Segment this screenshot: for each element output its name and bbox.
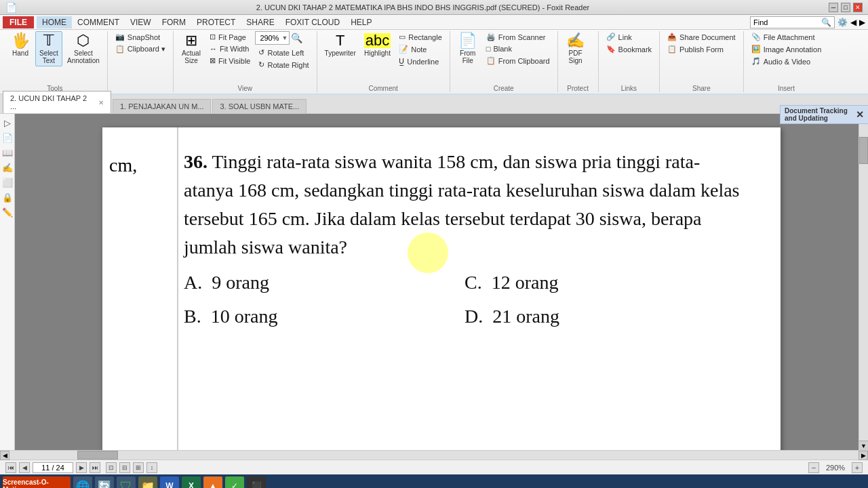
share-document-button[interactable]: 📤 Share Document <box>664 31 739 43</box>
sidebar-security-icon[interactable]: 🔒 <box>1 191 14 203</box>
from-scanner-button[interactable]: 🖨️ From Scanner <box>483 31 553 43</box>
sidebar-layers-icon[interactable]: ⬜ <box>1 176 14 188</box>
nav-forward-icon[interactable]: ▶ <box>859 18 865 27</box>
close-button[interactable]: ✕ <box>853 3 863 12</box>
link-button[interactable]: 🔗 Link <box>603 31 656 43</box>
file-attachment-button[interactable]: 📎 File Attachment <box>748 31 825 43</box>
zoom-out-button[interactable]: − <box>808 462 819 473</box>
doc-tab-2[interactable]: 1. PENJAJAKAN UN M... <box>113 99 211 113</box>
reflow-icon[interactable]: ↕ <box>146 462 157 473</box>
scroll-thumb[interactable] <box>859 137 868 164</box>
clipboard-button[interactable]: 📋 Clipboard ▾ <box>112 43 169 55</box>
maximize-button[interactable]: □ <box>841 3 850 12</box>
bookmark-button[interactable]: 🔖 Bookmark <box>603 43 656 55</box>
doc-tab-3[interactable]: 3. SOAL USBN MATE... <box>212 99 307 113</box>
sidebar-navigation-icon[interactable]: ▷ <box>1 117 14 129</box>
two-page-icon[interactable]: ⊞ <box>133 462 144 473</box>
view-menu[interactable]: VIEW <box>125 16 157 28</box>
zoom-in-button[interactable]: + <box>852 462 863 473</box>
bookmark-icon: 🔖 <box>606 45 616 54</box>
protect-menu[interactable]: PROTECT <box>191 16 241 28</box>
taskbar-dark-icon[interactable]: ⬛ <box>247 476 266 488</box>
note-button[interactable]: 📝 Note <box>395 43 446 55</box>
hand-tool-button[interactable]: 🖐️ Hand <box>7 31 34 59</box>
from-clipboard-button[interactable]: 📋 From Clipboard <box>483 55 553 66</box>
share-menu[interactable]: SHARE <box>241 16 279 28</box>
sidebar-annotations-icon[interactable]: ✍️ <box>1 161 14 174</box>
taskbar-refresh-icon[interactable]: 🔄 <box>95 476 114 488</box>
from-file-icon: 📄 <box>458 33 477 48</box>
form-menu[interactable]: FORM <box>157 16 191 28</box>
first-page-button[interactable]: ⏮ <box>5 462 16 473</box>
comment-buttons: T Typewriter abc Highlight ▭ Rectangle 📝… <box>321 31 446 83</box>
actual-size-button[interactable]: ⊞ ActualSize <box>178 31 205 66</box>
h-scroll-left-button[interactable]: ◀ <box>0 451 9 460</box>
ribbon-group-tools: 🖐️ Hand 𝕋 SelectText ⬡ SelectAnnotation … <box>3 31 108 92</box>
next-page-button[interactable]: ▶ <box>76 462 87 473</box>
help-menu[interactable]: HELP <box>345 16 377 28</box>
select-text-button[interactable]: 𝕋 SelectText <box>35 31 62 66</box>
nav-back-icon[interactable]: ◀ <box>850 18 856 27</box>
doc-tab-1[interactable]: 2. UCUN DKI TAHAP 2 ... ✕ <box>3 91 111 113</box>
taskbar-shield-icon[interactable]: 🛡 <box>117 476 136 488</box>
last-page-button[interactable]: ⏭ <box>90 462 100 473</box>
select-annotation-button[interactable]: ⬡ SelectAnnotation <box>64 31 103 66</box>
from-file-button[interactable]: 📄 FromFile <box>454 31 481 66</box>
image-annotation-button[interactable]: 🖼️ Image Annotation <box>748 43 825 55</box>
audio-video-icon: 🎵 <box>751 57 761 66</box>
audio-video-button[interactable]: 🎵 Audio & Video <box>748 56 825 67</box>
blank-button[interactable]: □ Blank <box>483 43 553 54</box>
h-scroll-right-button[interactable]: ▶ <box>859 451 868 460</box>
taskbar-excel-icon[interactable]: X <box>182 476 201 488</box>
zoom-dropdown[interactable]: 290% ▼ <box>255 31 290 45</box>
file-menu[interactable]: FILE <box>3 16 34 28</box>
rotate-right-button[interactable]: ↻ Rotate Right <box>255 59 312 70</box>
continuous-page-icon[interactable]: ⊟ <box>119 462 130 473</box>
taskbar-browser-icon[interactable]: 🌐 <box>73 476 92 488</box>
page-number-input[interactable] <box>33 462 73 473</box>
sidebar-edit-icon[interactable]: ✏️ <box>1 206 14 218</box>
home-menu[interactable]: HOME <box>37 16 72 28</box>
pdf-sign-button[interactable]: ✍️ PDFSign <box>562 31 589 66</box>
comment-menu[interactable]: COMMENT <box>72 16 125 28</box>
sidebar-pages-icon[interactable]: 📄 <box>1 131 14 144</box>
taskbar-green-icon[interactable]: ✓ <box>225 476 244 488</box>
foxit-cloud-menu[interactable]: FOXIT CLOUD <box>280 16 345 28</box>
view-mode-icons: ⊡ ⊟ ⊞ ↕ <box>106 462 157 473</box>
taskbar-folder-icon[interactable]: 📁 <box>138 476 157 488</box>
fit-visible-button[interactable]: ⊠ Fit Visible <box>206 55 254 66</box>
single-page-icon[interactable]: ⊡ <box>106 462 117 473</box>
search-box[interactable]: 🔍 <box>750 16 835 28</box>
doc-tab-1-close[interactable]: ✕ <box>98 99 104 106</box>
scroll-down-button[interactable]: ▼ <box>859 441 868 450</box>
search-input[interactable] <box>753 18 821 26</box>
publish-form-button[interactable]: 📋 Publish Form <box>664 43 739 55</box>
sidebar-bookmarks-icon[interactable]: 📖 <box>1 146 14 159</box>
prev-page-button[interactable]: ◀ <box>19 462 30 473</box>
minimize-button[interactable]: ─ <box>829 3 838 12</box>
fit-width-icon: ↔ <box>210 45 217 53</box>
pdf-viewer[interactable]: cm, 36. Tinggi rata-rata siswa wanita 15… <box>15 114 868 450</box>
highlight-button[interactable]: abc Highlight <box>361 31 394 59</box>
create-buttons: 📄 FromFile 🖨️ From Scanner □ Blank 📋 Fro… <box>454 31 553 83</box>
underline-button[interactable]: U̲ Underline <box>395 56 446 67</box>
fit-width-button[interactable]: ↔ Fit Width <box>206 43 254 54</box>
tracking-close-icon[interactable]: ✕ <box>856 109 864 120</box>
typewriter-button[interactable]: T Typewriter <box>321 31 359 59</box>
taskbar-word-icon[interactable]: W <box>160 476 179 488</box>
settings-icon[interactable]: ⚙️ <box>837 18 848 27</box>
protect-buttons: ✍️ PDFSign <box>562 31 589 83</box>
vertical-scrollbar[interactable]: ▲ ▼ <box>859 114 868 450</box>
fit-page-button[interactable]: ⊡ Fit Page <box>206 31 254 43</box>
screencast-logo[interactable]: Screencast-O-Matic.com <box>3 476 71 488</box>
page-margin-text: cm, <box>109 155 137 176</box>
taskbar-orange-icon[interactable]: ▲ <box>203 476 222 488</box>
rotate-left-button[interactable]: ↺ Rotate Left <box>255 47 312 58</box>
protect-label: Protect <box>562 85 594 92</box>
document-tracking-panel[interactable]: Document Tracking and Updating ✕ <box>780 105 868 124</box>
snapshot-button[interactable]: 📷 SnapShot <box>112 31 169 43</box>
zoom-in-icon[interactable]: 🔍 <box>291 33 302 43</box>
h-scroll-thumb[interactable] <box>77 451 118 460</box>
rectangle-icon: ▭ <box>399 33 406 41</box>
rectangle-button[interactable]: ▭ Rectangle <box>395 31 446 43</box>
